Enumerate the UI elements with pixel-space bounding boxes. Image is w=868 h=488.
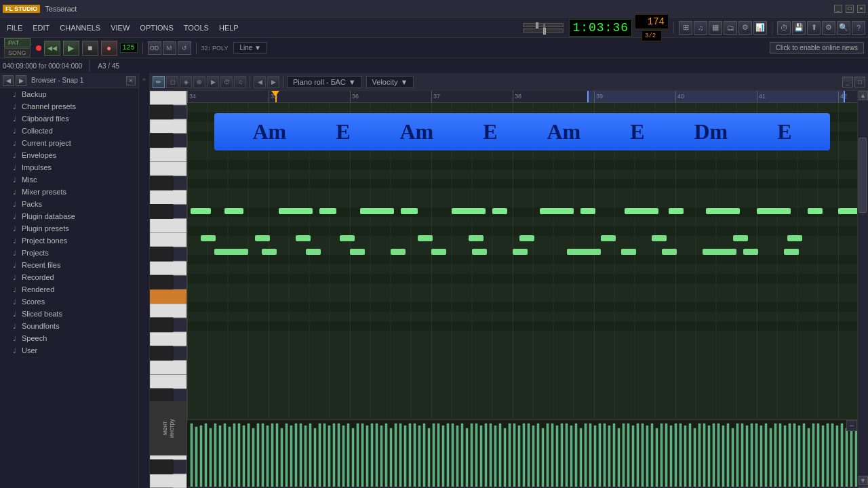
sidebar-item-project-bones[interactable]: Project bones [0,235,138,247]
mixer-icon[interactable]: ⊞ [679,21,692,35]
graph-icon[interactable]: 📊 [753,21,767,35]
pr-title-dropdown[interactable]: Piano roll - БАС ▼ [287,76,362,88]
settings-icon[interactable]: ⚙ [822,21,835,35]
menu-file[interactable]: FILE [3,22,26,33]
svg-rect-113 [490,424,492,487]
svg-rect-122 [532,426,534,487]
svg-rect-86 [361,424,363,487]
sidebar-item-speech[interactable]: Speech [0,332,138,344]
svg-rect-146 [646,426,648,487]
pr-draw-tool[interactable]: ✏ [153,76,165,88]
svg-rect-168 [751,424,753,487]
sidebar-item-recent-files[interactable]: Recent files [0,259,138,271]
menu-tools[interactable]: TOOLS [180,22,213,33]
news-bar[interactable]: Click to enable online news [770,42,864,54]
sidebar-item-sliced-beats[interactable]: Sliced beats [0,308,138,320]
piano-note [492,208,507,214]
sidebar-item-rendered[interactable]: Rendered [0,283,138,296]
sidebar-item-user[interactable]: User [0,344,138,357]
note-grid[interactable]: Am E Am E Am E Dm E [187,103,857,419]
menu-view[interactable]: VIEW [106,22,134,33]
pat-btn[interactable]: PAT [4,38,31,47]
menu-channels[interactable]: CHANNELS [56,22,104,33]
svg-rect-75 [309,424,311,487]
sidebar-item-mixer-presets[interactable]: Mixer presets [0,186,138,198]
note-row-2 [187,235,857,241]
sidebar-item-channel-presets[interactable]: Channel presets [0,100,138,113]
vertical-scrollbar[interactable]: ▲ ▼ ▶ [857,91,868,488]
scroll-up-btn[interactable]: ▲ [859,91,868,100]
line-mode-dropdown[interactable]: Line ▼ [233,42,267,54]
expand-arrow[interactable]: » [142,76,146,83]
pr-time-tool[interactable]: ⏱ [220,76,233,88]
maximize-btn[interactable]: □ [846,5,854,13]
export-icon[interactable]: ⬆ [807,21,821,35]
pr-mode-dropdown[interactable]: Velocity ▼ [366,76,414,88]
play-btn[interactable]: ▶ [63,41,79,56]
pr-chord-tool[interactable]: ♫ [234,76,246,88]
sidebar-item-projects[interactable]: Projects [0,247,138,259]
minimize-btn[interactable]: _ [834,5,842,13]
sidebar-item-soundfonts[interactable]: Soundfonts [0,320,138,332]
pr-snap-right[interactable]: ▶ [267,76,279,88]
statusbar: 040:09:000 for 000:04:000 A3 / 45 [0,58,868,73]
svg-rect-144 [637,424,639,487]
sidebar-item-impulses[interactable]: Impulses [0,161,138,174]
sidebar-item-packs[interactable]: Packs [0,198,138,210]
sidebar-item-scores[interactable]: Scores [0,296,138,308]
piano-note [703,249,736,255]
sidebar-item-backup[interactable]: Backup [0,88,138,100]
record-indicator [36,45,41,51]
record-btn[interactable]: ● [101,41,117,56]
pr-zoom-tool[interactable]: ⊕ [193,76,205,88]
folder-icon-recent [9,262,19,268]
svg-rect-72 [295,424,297,487]
sidebar-item-current-project[interactable]: Current project [0,137,138,149]
metro-btn[interactable]: M [163,41,176,55]
overdub-btn[interactable]: OD [148,41,161,55]
pr-minimize[interactable]: _ [842,77,853,87]
sidebar-item-plugin-database[interactable]: Plugin database [0,210,138,222]
search-icon[interactable]: 🔍 [837,21,850,35]
close-btn[interactable]: × [857,5,865,13]
menu-edit[interactable]: EDIT [28,22,54,33]
sidebar-item-collected[interactable]: Collected [0,125,138,137]
svg-rect-96 [409,424,411,487]
plugin-icon[interactable]: ⚙ [738,21,752,35]
svg-rect-1 [150,91,187,105]
menu-options[interactable]: OPTIONS [136,22,178,33]
sidebar-item-clipboard[interactable]: Clipboard files [0,113,138,125]
pattern-icon[interactable]: ▦ [709,21,722,35]
pr-erase-tool[interactable]: ◈ [180,76,192,88]
menu-help[interactable]: HELP [215,22,243,33]
sidebar-close[interactable]: × [126,76,136,85]
pr-maximize[interactable]: □ [854,77,865,87]
sidebar-item-recorded[interactable]: Recorded [0,271,138,283]
song-btn[interactable]: SONG [4,48,31,58]
save-icon[interactable]: 💾 [792,21,806,35]
pr-snap-left[interactable]: ◀ [254,76,266,88]
piano-note [214,249,248,255]
sidebar-item-envelopes[interactable]: Envelopes [0,149,138,161]
sidebar-nav-back[interactable]: ◀ [3,75,14,86]
pr-playback-tool[interactable]: ▶ [207,76,219,88]
cpu-icon[interactable]: ⏱ [777,21,791,35]
piano-roll-icon[interactable]: ♫ [694,21,707,35]
sidebar-nav-forward[interactable]: ▶ [16,75,26,86]
browser-icon[interactable]: 🗂 [724,21,737,35]
svg-rect-80 [333,424,335,487]
stop-btn[interactable]: ■ [82,41,98,56]
sidebar-item-plugin-presets[interactable]: Plugin presets [0,222,138,235]
help-icon[interactable]: ? [852,21,865,35]
svg-rect-154 [684,426,686,487]
piano-note [838,208,857,214]
pr-select-tool[interactable]: ◻ [166,76,178,88]
svg-rect-116 [504,428,506,487]
folder-icon-clipboard [9,115,19,122]
svg-rect-107 [461,424,463,487]
sidebar-item-misc[interactable]: Misc [0,174,138,186]
back-btn[interactable]: ◀◀ [44,41,60,56]
loop-btn[interactable]: ↺ [178,41,191,55]
scroll-down-btn[interactable]: ▼ [859,476,868,485]
velocity-minus[interactable]: − [846,420,857,431]
